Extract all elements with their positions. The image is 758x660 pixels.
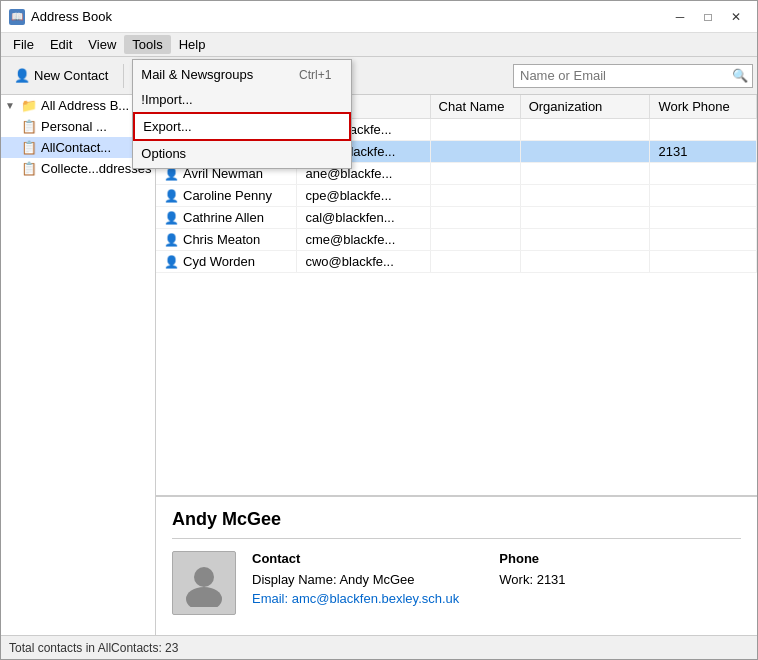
contact-org xyxy=(520,251,650,273)
col-header-org[interactable]: Organization xyxy=(520,95,650,119)
contact-org xyxy=(520,185,650,207)
menu-view[interactable]: View xyxy=(80,35,124,54)
title-bar-controls: ─ □ ✕ xyxy=(667,7,749,27)
person-icon: 👤 xyxy=(164,211,179,225)
table-row[interactable]: 👤Cathrine Allen cal@blackfen... xyxy=(156,207,757,229)
search-input[interactable] xyxy=(514,65,728,87)
phone-section-title: Phone xyxy=(499,551,565,566)
search-button[interactable]: 🔍 xyxy=(728,65,752,87)
user-plus-icon: 👤 xyxy=(14,68,30,83)
detail-panel: Andy McGee Contact Display Name: Andy Mc… xyxy=(156,495,757,635)
menu-mail-newsgroups[interactable]: Mail & Newsgroups Ctrl+1 xyxy=(133,62,351,87)
menu-bar: File Edit View Tools Mail & Newsgroups C… xyxy=(1,33,757,57)
menu-export[interactable]: Export... xyxy=(133,112,351,141)
app-icon: 📖 xyxy=(9,9,25,25)
folder-icon: 📁 xyxy=(21,98,37,113)
contact-email: cpe@blackfe... xyxy=(297,185,430,207)
person-icon: 👤 xyxy=(164,233,179,247)
window-title: Address Book xyxy=(31,9,112,24)
email-link[interactable]: Email: amc@blackfen.bexley.sch.uk xyxy=(252,591,459,606)
contact-phone xyxy=(650,229,757,251)
menu-options[interactable]: Options xyxy=(133,141,351,166)
folder-icon: 📋 xyxy=(21,119,37,134)
contact-org xyxy=(520,207,650,229)
search-box: 🔍 xyxy=(513,64,753,88)
menu-help[interactable]: Help xyxy=(171,35,214,54)
minimize-button[interactable]: ─ xyxy=(667,7,693,27)
contact-chat xyxy=(430,229,520,251)
contact-chat xyxy=(430,185,520,207)
avatar xyxy=(172,551,236,615)
menu-tools[interactable]: Tools Mail & Newsgroups Ctrl+1 !Import..… xyxy=(124,35,170,54)
contact-phone xyxy=(650,207,757,229)
status-text: Total contacts in AllContacts: 23 xyxy=(9,641,178,655)
contact-org xyxy=(520,229,650,251)
detail-name: Andy McGee xyxy=(172,509,741,539)
col-header-chat[interactable]: Chat Name xyxy=(430,95,520,119)
menu-import[interactable]: !Import... xyxy=(133,87,351,112)
menu-edit[interactable]: Edit xyxy=(42,35,80,54)
contact-email: cwo@blackfe... xyxy=(297,251,430,273)
contact-name: 👤Caroline Penny xyxy=(156,185,297,207)
detail-body: Contact Display Name: Andy McGee Email: … xyxy=(172,551,741,615)
contact-phone xyxy=(650,119,757,141)
person-icon: 👤 xyxy=(164,189,179,203)
folder-icon: 📋 xyxy=(21,140,37,155)
table-row[interactable]: 👤Caroline Penny cpe@blackfe... xyxy=(156,185,757,207)
svg-point-1 xyxy=(186,587,222,607)
col-header-phone[interactable]: Work Phone xyxy=(650,95,757,119)
content-area: Name Email Chat Name Organization Work P… xyxy=(156,95,757,635)
contact-chat xyxy=(430,141,520,163)
toolbar: 👤 New Contact ✉ Write 🚫 Delete 🔍 xyxy=(1,57,757,95)
detail-phone-section: Phone Work: 2131 xyxy=(499,551,565,615)
title-bar-left: 📖 Address Book xyxy=(9,9,112,25)
svg-point-0 xyxy=(194,567,214,587)
contact-chat xyxy=(430,163,520,185)
contact-org xyxy=(520,163,650,185)
work-phone-label: Work: 2131 xyxy=(499,572,565,587)
chevron-down-icon: ▼ xyxy=(5,100,17,111)
person-icon: 👤 xyxy=(164,167,179,181)
status-bar: Total contacts in AllContacts: 23 xyxy=(1,635,757,659)
contact-name: 👤Cyd Worden xyxy=(156,251,297,273)
contact-phone xyxy=(650,251,757,273)
contact-chat xyxy=(430,207,520,229)
contact-phone xyxy=(650,163,757,185)
folder-icon: 📋 xyxy=(21,161,37,176)
contact-name: 👤Chris Meaton xyxy=(156,229,297,251)
contact-phone: 2131 xyxy=(650,141,757,163)
contact-phone xyxy=(650,185,757,207)
detail-sections: Contact Display Name: Andy McGee Email: … xyxy=(252,551,566,615)
contact-name: 👤Cathrine Allen xyxy=(156,207,297,229)
display-name-label: Display Name: Andy McGee xyxy=(252,572,459,587)
contact-section-title: Contact xyxy=(252,551,459,566)
main-window: 📖 Address Book ─ □ ✕ File Edit View Tool… xyxy=(0,0,758,660)
toolbar-separator-1 xyxy=(123,64,124,88)
sidebar: ▼ 📁 All Address B... 📋 Personal ... 📋 Al… xyxy=(1,95,156,635)
contact-chat xyxy=(430,251,520,273)
contact-email: cme@blackfe... xyxy=(297,229,430,251)
table-row[interactable]: 👤Chris Meaton cme@blackfe... xyxy=(156,229,757,251)
maximize-button[interactable]: □ xyxy=(695,7,721,27)
contact-org xyxy=(520,119,650,141)
detail-contact-section: Contact Display Name: Andy McGee Email: … xyxy=(252,551,459,615)
person-icon: 👤 xyxy=(164,255,179,269)
main-area: ▼ 📁 All Address B... 📋 Personal ... 📋 Al… xyxy=(1,95,757,635)
contact-org xyxy=(520,141,650,163)
new-contact-button[interactable]: 👤 New Contact xyxy=(5,63,117,88)
tools-dropdown: Mail & Newsgroups Ctrl+1 !Import... Expo… xyxy=(132,59,352,169)
table-row[interactable]: 👤Cyd Worden cwo@blackfe... xyxy=(156,251,757,273)
close-button[interactable]: ✕ xyxy=(723,7,749,27)
title-bar: 📖 Address Book ─ □ ✕ xyxy=(1,1,757,33)
menu-file[interactable]: File xyxy=(5,35,42,54)
contact-email: cal@blackfen... xyxy=(297,207,430,229)
email-label: Email: amc@blackfen.bexley.sch.uk xyxy=(252,591,459,606)
contact-chat xyxy=(430,119,520,141)
